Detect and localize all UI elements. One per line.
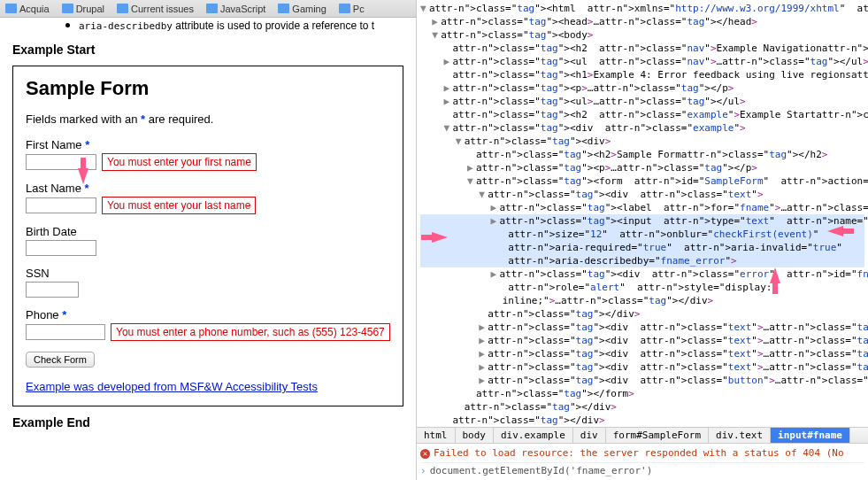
dom-node[interactable]: attr-n">class="tag"></div>	[420, 414, 864, 427]
annotation-arrow-icon	[827, 226, 843, 236]
lname-error: You must enter your last name	[102, 197, 256, 214]
bookmark-gaming[interactable]: Gaming	[278, 4, 326, 14]
dom-node[interactable]: ▶attr-n">class="tag"><p>…attr-n">class="…	[420, 161, 864, 174]
dom-node[interactable]: ▶attr-n">class="tag"><div attr-n">class=…	[420, 347, 864, 360]
folder-icon	[339, 4, 350, 13]
dom-node[interactable]: ▶attr-n">class="tag"><div attr-n">class=…	[420, 267, 864, 307]
console: ✕Failed to load resource: the server res…	[417, 443, 868, 480]
fname-label: First Name *	[26, 138, 390, 151]
dom-node[interactable]: attr-n">class="tag"></div>	[420, 400, 864, 414]
phone-input[interactable]	[26, 324, 105, 340]
example-box: Sample Form Fields marked with an * are …	[12, 66, 403, 406]
bookmarks-bar: Acquia Drupal Current issues JavaScript …	[0, 0, 416, 18]
dom-node[interactable]: ▼attr-n">class="tag"><div attr-n">class=…	[420, 121, 864, 135]
error-icon: ✕	[420, 449, 430, 459]
bookmark-drupal[interactable]: Drupal	[62, 4, 104, 14]
bookmark-javascript[interactable]: JavaScript	[206, 4, 265, 14]
bookmark-pc[interactable]: Pc	[339, 4, 365, 14]
folder-icon	[62, 4, 73, 13]
dom-node[interactable]: attr-n">class="tag"><h1>Example 4: Error…	[420, 68, 864, 81]
field-ssn: SSN	[26, 267, 390, 298]
dom-node[interactable]: attr-n">class="tag"></form>	[420, 387, 864, 400]
console-prompt-icon: ›	[420, 465, 426, 476]
breadcrumb-item[interactable]: div.text	[709, 428, 771, 443]
dom-node[interactable]: ▼attr-n">class="tag"><div>	[420, 135, 864, 148]
check-form-button[interactable]: Check Form	[26, 352, 95, 368]
dom-node[interactable]: ▶attr-n">class="tag"><ul attr-n">class="…	[420, 55, 864, 68]
breadcrumb-bar: htmlbodydiv.exampledivform#SampleFormdiv…	[417, 427, 868, 443]
dom-node[interactable]: ▼attr-n">class="tag"><form attr-n">id="S…	[420, 174, 864, 188]
dom-node[interactable]: ▶attr-n">class="tag"><div attr-n">class=…	[420, 374, 864, 387]
field-bdate: Birth Date	[26, 225, 390, 256]
credit-link[interactable]: Example was developed from MSF&W Accessi…	[26, 380, 318, 393]
dom-node[interactable]: ▶attr-n">class="tag"><p>…attr-n">class="…	[420, 81, 864, 95]
console-input-line[interactable]: ›document.getElementById('fname_error')	[420, 462, 864, 478]
dom-node[interactable]: ▶attr-n">class="tag"><div attr-n">class=…	[420, 360, 864, 374]
dom-node[interactable]: ▶attr-n">class="tag"><ul>…attr-n">class=…	[420, 95, 864, 108]
dom-node[interactable]: attr-n">class="tag"></div>	[420, 307, 864, 321]
annotation-arrow-icon	[770, 267, 780, 283]
dom-tree[interactable]: ▼attr-n">class="tag"><html attr-n">xmlns…	[417, 0, 868, 427]
dom-node[interactable]: attr-n">class="tag"><h2>Sample Formattr-…	[420, 148, 864, 161]
bdate-label: Birth Date	[26, 225, 390, 238]
intro-line: aria-describedby attribute is used to pr…	[12, 19, 403, 37]
lname-input[interactable]	[26, 197, 96, 213]
dom-node[interactable]: ▶attr-n">class="tag"><div attr-n">class=…	[420, 321, 864, 334]
folder-icon	[5, 4, 17, 13]
dom-node[interactable]: ▼attr-n">class="tag"><div attr-n">class=…	[420, 188, 864, 201]
bookmark-current-issues[interactable]: Current issues	[117, 4, 194, 14]
form-title: Sample Form	[26, 77, 390, 100]
folder-icon	[117, 4, 128, 13]
phone-label: Phone *	[26, 308, 390, 321]
field-lname: Last Name * You must enter your last nam…	[26, 182, 390, 214]
breadcrumb-item[interactable]: html	[417, 428, 456, 443]
dom-node[interactable]: ▶attr-n">class="tag"><label attr-n">for=…	[420, 201, 864, 214]
bdate-input[interactable]	[26, 240, 96, 256]
annotation-arrow-icon	[78, 168, 88, 184]
breadcrumb-item[interactable]: form#SampleForm	[606, 428, 709, 443]
dom-node[interactable]: ▶attr-n">class="tag"><div attr-n">class=…	[420, 334, 864, 347]
required-note: Fields marked with an * are required.	[26, 112, 390, 126]
field-phone: Phone * You must enter a phone number, s…	[26, 308, 390, 341]
breadcrumb-item[interactable]: input#fname	[771, 428, 850, 443]
section-heading-end: Example End	[12, 415, 403, 430]
dom-node[interactable]: ▼attr-n">class="tag"><html attr-n">xmlns…	[420, 2, 864, 15]
dom-node[interactable]: attr-n">class="tag"><h2 attr-n">class="e…	[420, 108, 864, 121]
phone-error: You must enter a phone number, such as (…	[111, 323, 390, 341]
breadcrumb-item[interactable]: body	[456, 428, 495, 443]
folder-icon	[278, 4, 289, 13]
bookmark-acquia[interactable]: Acquia	[5, 4, 50, 14]
ssn-label: SSN	[26, 267, 390, 280]
dom-node[interactable]: attr-n">class="tag"><h2 attr-n">class="n…	[420, 42, 864, 55]
breadcrumb-item[interactable]: div	[573, 428, 606, 443]
folder-icon	[206, 4, 218, 13]
devtools-pane: ▼attr-n">class="tag"><html attr-n">xmlns…	[416, 0, 868, 480]
dom-node[interactable]: ▶attr-n">class="tag"><input attr-n">type…	[420, 214, 864, 267]
section-heading-start: Example Start	[12, 43, 403, 57]
breadcrumb-item[interactable]: div.example	[494, 428, 573, 443]
dom-node[interactable]: ▼attr-n">class="tag"><body>	[420, 28, 864, 42]
console-error-line: ✕Failed to load resource: the server res…	[420, 445, 864, 461]
fname-error: You must enter your first name	[102, 153, 257, 171]
annotation-arrow-icon	[432, 232, 448, 243]
ssn-input[interactable]	[26, 282, 79, 298]
dom-node[interactable]: ▶attr-n">class="tag"><head>…attr-n">clas…	[420, 15, 864, 28]
